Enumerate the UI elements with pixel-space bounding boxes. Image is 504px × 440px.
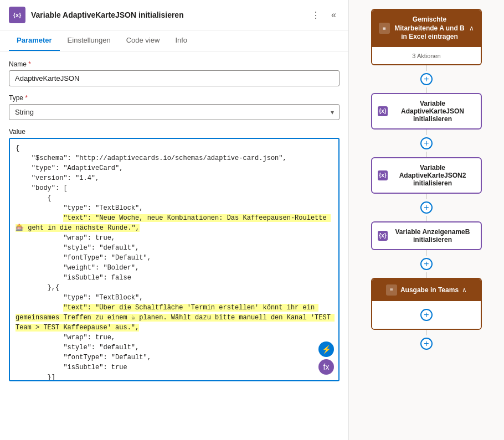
variable-icon-1: {x} bbox=[378, 106, 388, 116]
connector-line bbox=[426, 194, 427, 199]
add-action-btn-2[interactable]: + bbox=[420, 137, 433, 149]
node-anzeigenameB-title: Variable AnzeigenameB initialisieren bbox=[392, 228, 473, 244]
more-button[interactable]: ⋮ bbox=[308, 9, 323, 22]
name-input[interactable] bbox=[9, 70, 340, 86]
code-content: { "$schema": "http://adaptivecards.io/sc… bbox=[16, 143, 333, 381]
node-ausgabe-header: ≡ Ausgabe in Teams ∧ bbox=[372, 279, 481, 301]
right-panel: ≡ Gemischte Mitarbeitende A und B in Exc… bbox=[349, 0, 504, 440]
lightning-button[interactable]: ⚡ bbox=[318, 341, 334, 357]
code-editor[interactable]: { "$schema": "http://adaptivecards.io/sc… bbox=[9, 138, 340, 381]
connector-1: + bbox=[420, 65, 433, 93]
left-panel: {x} Variable AdaptiveKarteJSON initialis… bbox=[0, 0, 349, 440]
chevron-up-icon: ∧ bbox=[469, 24, 474, 32]
flow-node-1: ≡ Gemischte Mitarbeitende A und B in Exc… bbox=[354, 9, 498, 65]
node-ausgabe-group[interactable]: ≡ Ausgabe in Teams ∧ + bbox=[371, 278, 482, 330]
connector-4: + bbox=[420, 250, 433, 278]
connector-line bbox=[426, 330, 427, 335]
flow-node-3: {x} Variable AdaptiveKarteJSON2 initiali… bbox=[354, 157, 498, 194]
tab-codeview[interactable]: Code view bbox=[119, 30, 168, 51]
flow-node-2: {x} Variable AdaptiveKarteJSON initialis… bbox=[354, 93, 498, 130]
header-actions: ⋮ « bbox=[308, 9, 340, 22]
variable-icon-3: {x} bbox=[378, 231, 388, 241]
variable-icon-2: {x} bbox=[378, 170, 388, 180]
value-label: Value bbox=[9, 128, 340, 136]
node-excel-title: Gemischte Mitarbeitende A und B in Excel… bbox=[393, 15, 466, 42]
add-action-btn-5[interactable]: + bbox=[420, 338, 433, 350]
panel-icon: {x} bbox=[9, 7, 25, 23]
connector-line bbox=[426, 250, 427, 256]
collapse-button[interactable]: « bbox=[328, 9, 340, 21]
connector-line bbox=[426, 272, 427, 278]
connector-3: + bbox=[420, 194, 433, 221]
connector-5: + bbox=[420, 330, 433, 352]
panel-header: {x} Variable AdaptiveKarteJSON initialis… bbox=[0, 0, 348, 30]
add-action-btn-4[interactable]: + bbox=[420, 258, 433, 270]
name-label: Name bbox=[9, 60, 340, 68]
node-excel-header: ≡ Gemischte Mitarbeitende A und B in Exc… bbox=[372, 10, 481, 47]
connector-line bbox=[426, 152, 427, 157]
chevron-up-icon-2: ∧ bbox=[462, 286, 467, 294]
floating-buttons: ⚡ fx bbox=[318, 341, 334, 375]
node-adaptivekarteJSON[interactable]: {x} Variable AdaptiveKarteJSON initialis… bbox=[371, 93, 482, 130]
connector-2: + bbox=[420, 130, 433, 157]
connector-line bbox=[426, 65, 427, 71]
node-excel-group[interactable]: ≡ Gemischte Mitarbeitende A und B in Exc… bbox=[371, 9, 482, 65]
flow-node-4: {x} Variable AnzeigenameB initialisieren bbox=[354, 221, 498, 250]
node-adaptivekarteJSON2[interactable]: {x} Variable AdaptiveKarteJSON2 initiali… bbox=[371, 157, 482, 194]
node-adaptivekarteJSON-title: Variable AdaptiveKarteJSON initialisiere… bbox=[392, 100, 473, 123]
add-action-btn-3[interactable]: + bbox=[420, 201, 433, 214]
connector-line bbox=[426, 87, 427, 93]
add-action-btn-inner[interactable]: + bbox=[420, 309, 433, 321]
tab-parameter[interactable]: Parameter bbox=[9, 30, 60, 51]
tab-einstellungen[interactable]: Einstellungen bbox=[60, 30, 119, 51]
type-select[interactable]: String Integer Float Boolean Array Objec… bbox=[9, 104, 340, 120]
panel-title: Variable AdaptiveKarteJSON initialisiere… bbox=[31, 11, 302, 19]
fx-button[interactable]: fx bbox=[318, 359, 334, 375]
tabs-container: Parameter Einstellungen Code view Info bbox=[0, 30, 348, 51]
type-select-wrapper: String Integer Float Boolean Array Objec… bbox=[9, 104, 340, 120]
node-excel-body: 3 Aktionen bbox=[372, 47, 481, 64]
node-anzeigenameB[interactable]: {x} Variable AnzeigenameB initialisieren bbox=[371, 221, 482, 250]
form-area: Name Type String Integer Float Boolean A… bbox=[0, 51, 348, 440]
flow-node-5: ≡ Ausgabe in Teams ∧ + bbox=[354, 278, 498, 330]
node-adaptivekarteJSON2-title: Variable AdaptiveKarteJSON2 initialisier… bbox=[392, 164, 473, 187]
code-wrapper: { "$schema": "http://adaptivecards.io/sc… bbox=[9, 138, 340, 381]
type-label: Type bbox=[9, 94, 340, 102]
node-excel-actions: 3 Aktionen bbox=[412, 53, 440, 59]
node-ausgabe-title: Ausgabe in Teams bbox=[400, 286, 459, 294]
node-ausgabe-inner: + bbox=[372, 301, 481, 329]
inner-plus-wrapper: + bbox=[377, 307, 476, 323]
connector-line bbox=[426, 130, 427, 135]
excel-node-icon: ≡ bbox=[379, 23, 390, 34]
tab-info[interactable]: Info bbox=[167, 30, 195, 51]
add-action-btn-1[interactable]: + bbox=[420, 73, 433, 85]
ausgabe-node-icon: ≡ bbox=[386, 284, 397, 296]
connector-line bbox=[426, 216, 427, 221]
